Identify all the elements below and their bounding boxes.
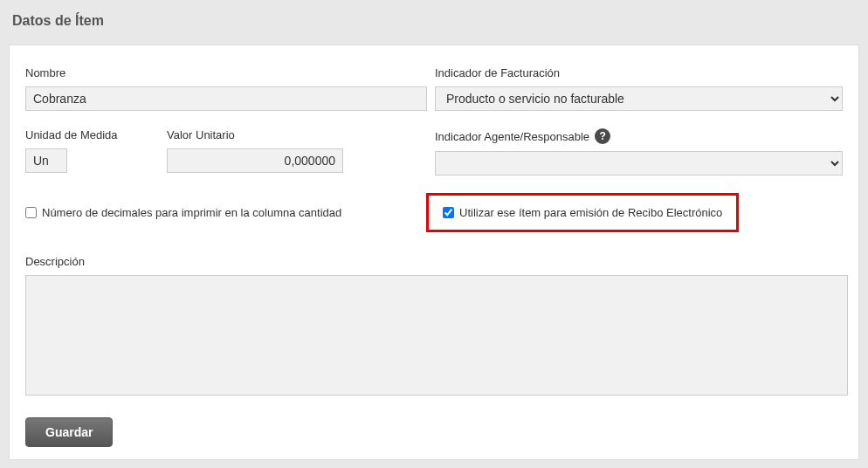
indicador-agente-label: Indicador Agente/Responsable (435, 130, 589, 143)
nombre-label: Nombre (25, 66, 435, 79)
unidad-medida-group: Unidad de Medida (25, 128, 167, 176)
decimales-checkbox[interactable] (25, 207, 37, 218)
save-button[interactable]: Guardar (25, 417, 113, 447)
nombre-group: Nombre (25, 66, 435, 111)
help-icon[interactable]: ? (595, 128, 610, 144)
indicador-facturacion-label: Indicador de Facturación (435, 66, 843, 79)
recibo-checkbox-label: Utilizar ese ítem para emisión de Recibo… (459, 206, 722, 219)
valor-unitario-label: Valor Unitario (167, 128, 343, 141)
indicador-agente-group: Indicador Agente/Responsable ? (435, 128, 843, 176)
valor-unitario-input[interactable] (167, 148, 343, 173)
recibo-checkbox-wrapper: Utilizar ese ítem para emisión de Recibo… (435, 193, 843, 232)
indicador-facturacion-group: Indicador de Facturación Producto o serv… (435, 66, 843, 111)
indicador-agente-label-row: Indicador Agente/Responsable ? (435, 128, 843, 144)
descripcion-group: Descripción (25, 255, 843, 398)
unidad-medida-input[interactable] (25, 148, 67, 173)
indicador-facturacion-select[interactable]: Producto o servicio no facturable (435, 86, 843, 111)
nombre-input[interactable] (25, 86, 427, 111)
page-title: Datos de Ítem (0, 0, 868, 45)
form-row-1: Nombre Indicador de Facturación Producto… (25, 66, 843, 111)
page-container: Datos de Ítem Nombre Indicador de Factur… (0, 0, 868, 468)
recibo-checkbox[interactable] (443, 207, 454, 218)
recibo-highlight-box: Utilizar ese ítem para emisión de Recibo… (426, 193, 739, 232)
unidad-medida-label: Unidad de Medida (25, 128, 167, 141)
left-col-row2: Unidad de Medida Valor Unitario (25, 128, 435, 176)
decimales-checkbox-label: Número de decimales para imprimir en la … (42, 206, 341, 219)
decimales-checkbox-group: Número de decimales para imprimir en la … (25, 193, 435, 232)
form-panel: Nombre Indicador de Facturación Producto… (9, 45, 859, 460)
checkbox-row: Número de decimales para imprimir en la … (25, 193, 843, 232)
descripcion-label: Descripción (25, 255, 843, 268)
indicador-agente-select[interactable] (435, 151, 843, 176)
descripcion-textarea[interactable] (25, 275, 848, 396)
form-row-2: Unidad de Medida Valor Unitario Indicado… (25, 128, 843, 176)
valor-unitario-group: Valor Unitario (167, 128, 343, 176)
